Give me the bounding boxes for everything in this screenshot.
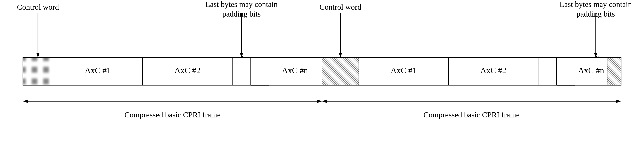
svg-marker-30 [240,53,243,58]
svg-marker-42 [616,100,621,103]
last-bytes-right-line2: padding bits [576,10,615,18]
svg-rect-13 [232,58,251,85]
axc1-right-label: AxC #1 [390,66,416,75]
svg-marker-41 [322,100,326,103]
svg-marker-36 [23,100,28,103]
control-word-left-label: Control word [17,3,59,11]
svg-marker-37 [318,100,322,103]
svg-rect-18 [322,58,359,85]
axcn-left-label: AxC #n [282,66,308,75]
svg-rect-26 [607,58,621,85]
svg-marker-32 [339,53,342,58]
axc2-right-label: AxC #2 [480,66,506,75]
svg-rect-21 [538,58,556,85]
last-bytes-left-line1: Last bytes may contain [206,0,278,9]
control-word-right-label: Control word [320,3,361,11]
frame-label-right: Compressed basic CPRI frame [424,110,520,119]
svg-marker-28 [36,53,40,58]
axcn-right-label: AxC #n [578,66,604,75]
last-bytes-left-line2: padding bits [222,10,260,18]
svg-marker-34 [594,53,597,58]
frame-label-left: Compressed basic CPRI frame [124,110,220,119]
axc2-left-label: AxC #2 [174,66,200,75]
axc1-left-label: AxC #1 [85,66,111,75]
last-bytes-right-line1: Last bytes may contain [560,0,632,9]
svg-rect-10 [23,58,53,85]
diagram-container: AxC #1 AxC #2 AxC #n AxC #1 AxC #2 AxC #… [0,0,644,154]
